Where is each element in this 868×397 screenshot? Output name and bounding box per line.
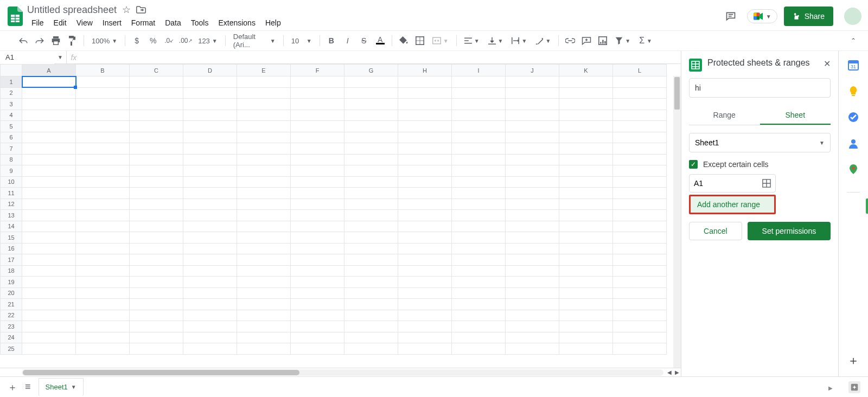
cell[interactable]: [76, 332, 130, 343]
cell[interactable]: [76, 198, 130, 210]
cell[interactable]: [291, 188, 344, 199]
font-size-dropdown[interactable]: 10▼: [288, 37, 315, 45]
cell[interactable]: [183, 76, 237, 88]
cell[interactable]: [613, 99, 667, 110]
rotate-dropdown[interactable]: ▼: [532, 37, 554, 44]
grid-select-icon[interactable]: [762, 179, 771, 188]
cell[interactable]: [559, 310, 613, 321]
cell[interactable]: [559, 176, 613, 188]
cell[interactable]: [130, 232, 183, 244]
cell[interactable]: [291, 232, 344, 244]
cell[interactable]: [130, 321, 183, 332]
bold-icon[interactable]: B: [324, 34, 339, 48]
cell[interactable]: [237, 210, 291, 221]
cell[interactable]: [559, 76, 613, 88]
row-header-20[interactable]: 20: [1, 287, 22, 299]
cell[interactable]: [291, 221, 344, 232]
cell[interactable]: [613, 176, 667, 188]
collapse-toolbar-icon[interactable]: ⌃: [846, 34, 860, 48]
cell[interactable]: [183, 176, 237, 188]
cell[interactable]: [237, 188, 291, 199]
cell[interactable]: [76, 243, 130, 254]
row-header-9[interactable]: 9: [1, 165, 22, 177]
cell[interactable]: [452, 210, 506, 221]
cell[interactable]: [398, 232, 452, 244]
cell[interactable]: [130, 165, 183, 177]
cell[interactable]: [559, 321, 613, 332]
cell[interactable]: [22, 299, 76, 310]
row-header-13[interactable]: 13: [1, 210, 22, 221]
cell[interactable]: [613, 132, 667, 143]
row-header-16[interactable]: 16: [1, 243, 22, 254]
cell[interactable]: [613, 332, 667, 343]
cell[interactable]: [237, 87, 291, 99]
cell[interactable]: [559, 210, 613, 221]
cell[interactable]: [76, 254, 130, 266]
menu-format[interactable]: Format: [127, 16, 159, 29]
cell[interactable]: [559, 265, 613, 277]
cell[interactable]: [76, 232, 130, 244]
name-box[interactable]: [0, 51, 54, 64]
increase-decimal-icon[interactable]: .00↗: [178, 34, 193, 48]
redo-icon[interactable]: [33, 34, 47, 48]
cell[interactable]: [183, 154, 237, 165]
cell[interactable]: [613, 254, 667, 266]
cell[interactable]: [291, 265, 344, 277]
cell[interactable]: [452, 310, 506, 321]
protection-description-input[interactable]: [689, 78, 831, 98]
cell[interactable]: [291, 343, 344, 355]
cell[interactable]: [559, 343, 613, 355]
cell[interactable]: [237, 165, 291, 177]
cell[interactable]: [130, 310, 183, 321]
cell[interactable]: [559, 232, 613, 244]
cell[interactable]: [130, 110, 183, 121]
cell[interactable]: [183, 277, 237, 288]
cell[interactable]: [183, 87, 237, 99]
cell[interactable]: [452, 110, 506, 121]
cell[interactable]: [506, 321, 559, 332]
cell[interactable]: [506, 99, 559, 110]
col-header-A[interactable]: A: [22, 65, 76, 76]
cell[interactable]: [22, 254, 76, 266]
cell[interactable]: [130, 277, 183, 288]
cell[interactable]: [452, 254, 506, 266]
cell[interactable]: [506, 154, 559, 165]
cell[interactable]: [237, 232, 291, 244]
undo-icon[interactable]: [16, 34, 30, 48]
cell[interactable]: [613, 299, 667, 310]
cell[interactable]: [613, 287, 667, 299]
cell[interactable]: [183, 99, 237, 110]
cell[interactable]: [506, 243, 559, 254]
col-header-G[interactable]: G: [344, 65, 398, 76]
cell[interactable]: [344, 287, 398, 299]
cell[interactable]: [452, 99, 506, 110]
cell[interactable]: [291, 110, 344, 121]
cell[interactable]: [506, 254, 559, 266]
cell[interactable]: [291, 310, 344, 321]
cell[interactable]: [76, 188, 130, 199]
cell[interactable]: [183, 299, 237, 310]
cell[interactable]: [452, 343, 506, 355]
cell[interactable]: [344, 87, 398, 99]
add-sheet-icon[interactable]: ＋: [8, 381, 17, 394]
calendar-icon[interactable]: 31: [848, 60, 859, 71]
strike-icon[interactable]: S: [357, 34, 371, 48]
functions-dropdown[interactable]: Σ▼: [636, 36, 655, 46]
cell[interactable]: [506, 143, 559, 155]
row-header-1[interactable]: 1: [1, 76, 22, 88]
cell[interactable]: [344, 188, 398, 199]
keep-icon[interactable]: [848, 86, 859, 97]
get-addons-icon[interactable]: ＋: [847, 353, 859, 369]
text-color-icon[interactable]: A: [373, 34, 387, 48]
cell[interactable]: [22, 210, 76, 221]
cell[interactable]: [291, 121, 344, 132]
cell[interactable]: [398, 310, 452, 321]
cell[interactable]: [183, 287, 237, 299]
italic-icon[interactable]: I: [341, 34, 355, 48]
row-header-21[interactable]: 21: [1, 299, 22, 310]
cell[interactable]: [452, 321, 506, 332]
cell[interactable]: [183, 321, 237, 332]
row-header-4[interactable]: 4: [1, 110, 22, 121]
cell[interactable]: [76, 277, 130, 288]
maps-icon[interactable]: [848, 164, 859, 175]
